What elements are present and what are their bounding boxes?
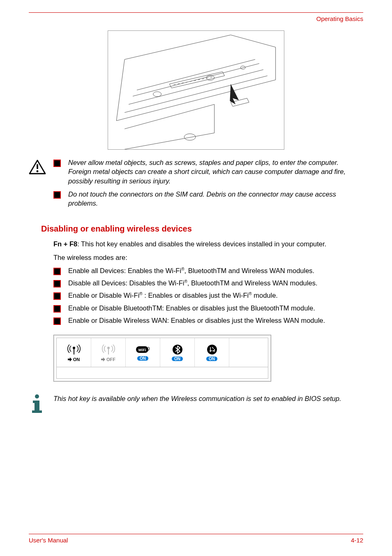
on-badge: ON: [137, 356, 148, 361]
reg-mark: ®: [181, 266, 184, 271]
page: Operating Basics: [0, 0, 392, 556]
mode-text: Enable all Devices: Enables the Wi-Fi: [68, 267, 181, 274]
osd-panel: ON OFF WiFi: [53, 335, 271, 382]
bullet-icon: [53, 160, 61, 167]
arrow-right-icon: [101, 357, 105, 361]
off-arrow-label: OFF: [101, 357, 115, 362]
footer: User's Manual 4-12: [29, 534, 363, 544]
warning-text: Do not touch the connectors on the SIM c…: [68, 190, 363, 208]
warning-icon: [29, 158, 53, 177]
osd-row: ON OFF WiFi: [56, 338, 268, 367]
reg-mark: ®: [139, 292, 142, 296]
info-icon: [29, 394, 53, 415]
svg-rect-8: [74, 348, 74, 354]
header-rule: [29, 12, 363, 13]
svg-point-0: [153, 92, 161, 97]
osd-cell-wwan: ON: [195, 338, 229, 367]
osd-cell-antenna-off: OFF: [91, 338, 126, 367]
wwan-icon: [206, 344, 218, 355]
warning-callout: Never allow metal objects, such as screw…: [29, 158, 363, 212]
hotkey-label: Fn + F8: [53, 240, 77, 248]
header-section-label: Operating Basics: [29, 15, 363, 22]
section-heading: Disabling or enabling wireless devices: [41, 224, 363, 234]
mode-text: Enable or Disable Wireless WAN: Enables …: [68, 317, 325, 324]
mode-text: Disable all Devices: Disables the Wi-Fi: [68, 279, 184, 287]
reg-mark: ®: [184, 279, 187, 284]
modes-label: The wireless modes are:: [53, 253, 363, 262]
osd-cell-wifi: WiFi ON: [126, 338, 160, 367]
mode-text: Enable or Disable BluetoothTM: Enables o…: [68, 304, 315, 312]
osd-cell-spacer: [229, 338, 268, 367]
antenna-off-icon: [101, 343, 115, 355]
bullet-icon: [53, 292, 61, 300]
mode-item: Enable or Disable Wi-Fi® : Enables or di…: [53, 291, 363, 300]
mode-text: : Enables or disables just the Wi-Fi: [143, 292, 249, 299]
footer-left: User's Manual: [29, 537, 68, 544]
osd-cell-bluetooth: ON: [160, 338, 195, 367]
mode-text: , BluetoothTM and Wireless WAN modules.: [187, 279, 318, 287]
svg-text:WiFi: WiFi: [138, 348, 146, 352]
bluetooth-icon: [172, 344, 183, 355]
osd-sub-row: [56, 367, 268, 379]
svg-rect-5: [37, 164, 38, 169]
on-arrow-label: ON: [68, 357, 80, 362]
svg-point-17: [35, 394, 39, 398]
svg-point-14: [207, 345, 217, 354]
svg-rect-10: [108, 348, 109, 354]
footer-rule: [29, 534, 363, 534]
sim-slot-diagram: [108, 30, 284, 150]
intro-rest: : This hot key enables and disables the …: [77, 240, 326, 248]
osd-cell-antenna-on: ON: [57, 338, 91, 367]
intro-paragraph: Fn + F8: This hot key enables and disabl…: [53, 239, 363, 248]
warning-item: Never allow metal objects, such as screw…: [53, 158, 363, 185]
mode-item: Disable all Devices: Disables the Wi-Fi®…: [53, 278, 363, 287]
on-badge: ON: [172, 357, 183, 361]
svg-point-3: [184, 134, 196, 140]
off-text: OFF: [106, 357, 115, 362]
svg-rect-15: [213, 350, 214, 352]
reg-mark: ®: [249, 292, 251, 296]
antenna-icon: [67, 343, 81, 355]
mode-text: module.: [252, 292, 278, 299]
footer-page-number: 4-12: [351, 537, 363, 544]
wifi-icon: WiFi: [136, 345, 150, 354]
mode-item: Enable or Disable Wireless WAN: Enables …: [53, 316, 363, 325]
bullet-icon: [53, 280, 61, 287]
mode-item: Enable all Devices: Enables the Wi-Fi®, …: [53, 266, 363, 275]
mode-text: Enable or Disable Wi-Fi: [68, 292, 139, 299]
on-badge: ON: [206, 357, 217, 361]
on-text: ON: [73, 357, 80, 362]
info-text: This hot key is available only when the …: [53, 394, 363, 403]
mode-text: , BluetoothTM and Wireless WAN modules.: [184, 267, 315, 274]
bullet-icon: [53, 268, 61, 275]
info-note: This hot key is available only when the …: [29, 394, 363, 415]
warning-item: Do not touch the connectors on the SIM c…: [53, 190, 363, 208]
mode-item: Enable or Disable BluetoothTM: Enables o…: [53, 303, 363, 313]
bullet-icon: [53, 305, 61, 313]
svg-point-6: [37, 170, 39, 172]
body-content: Fn + F8: This hot key enables and disabl…: [53, 239, 363, 325]
bullet-icon: [53, 317, 61, 325]
bullet-icon: [53, 191, 61, 199]
svg-rect-16: [214, 349, 215, 352]
warning-text: Never allow metal objects, such as screw…: [68, 158, 363, 185]
arrow-right-icon: [68, 357, 72, 361]
